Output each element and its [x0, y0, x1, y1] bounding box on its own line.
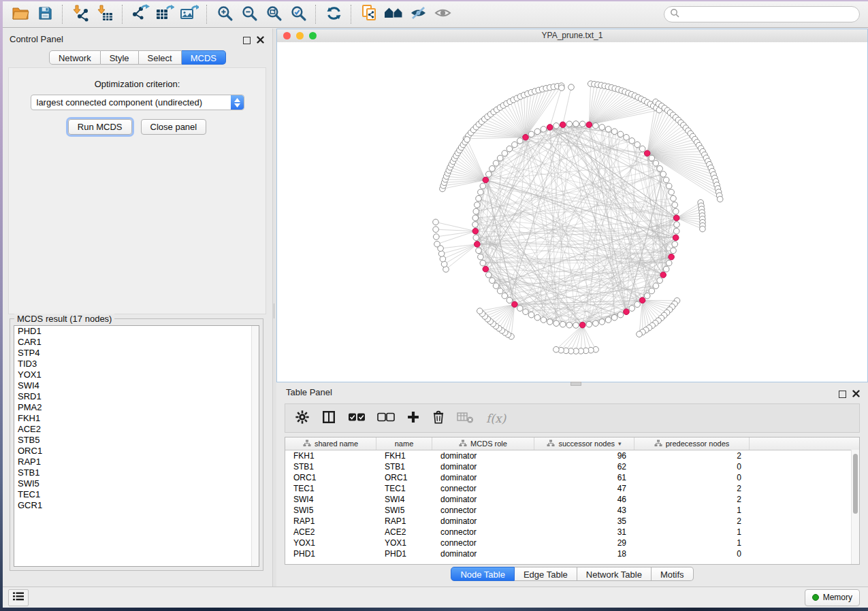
task-history-button[interactable] — [8, 589, 29, 606]
tab-edge-table[interactable]: Edge Table — [515, 567, 577, 581]
export-network-icon — [131, 4, 150, 24]
table-cell: ACE2 — [376, 527, 432, 538]
zoom-out-button[interactable] — [237, 3, 261, 25]
tab-mcds[interactable]: MCDS — [182, 50, 226, 65]
mcds-result-item[interactable]: SRD1 — [14, 391, 259, 402]
criterion-selected-value: largest connected component (undirected) — [31, 97, 231, 108]
scrollbar-thumb[interactable] — [853, 454, 858, 514]
table-panel: Table Panel f(x) shared namenameMCDS rol… — [276, 382, 868, 587]
zoom-selected-button[interactable] — [286, 3, 310, 25]
table-row[interactable]: SWI4SWI4dominator462 — [285, 494, 859, 505]
mcds-result-item[interactable]: GCR1 — [14, 500, 259, 511]
mcds-result-item[interactable]: PHD1 — [14, 326, 259, 337]
table-cell: SWI5 — [285, 505, 376, 516]
mcds-result-item[interactable]: STB1 — [14, 467, 259, 478]
save-session-button[interactable] — [33, 3, 57, 25]
close-panel-icon[interactable] — [257, 34, 264, 46]
mcds-result-item[interactable]: SWI5 — [14, 478, 259, 489]
export-image-button[interactable] — [177, 3, 202, 25]
save-floppy-icon — [37, 5, 53, 24]
network-canvas[interactable] — [277, 42, 867, 382]
table-cell: 0 — [634, 472, 750, 483]
import-table-button[interactable] — [93, 3, 117, 25]
mcds-result-item[interactable]: TEC1 — [14, 489, 259, 500]
export-table-button[interactable] — [152, 3, 177, 25]
column-header-name[interactable]: name — [376, 437, 432, 450]
column-header-successor-nodes[interactable]: successor nodes▾ — [534, 437, 634, 450]
list-scrollbar[interactable] — [251, 326, 259, 566]
mcds-result-item[interactable]: TID3 — [14, 359, 259, 369]
control-panel-tabs: Network Style Select MCDS — [3, 50, 272, 65]
table-cell: YOX1 — [376, 538, 432, 548]
table-scrollbar[interactable] — [851, 450, 859, 564]
hide-selected-button[interactable] — [406, 3, 430, 25]
close-panel-button[interactable]: Close panel — [141, 119, 207, 135]
table-row[interactable]: ACE2ACE2connector311 — [285, 527, 859, 538]
two-houses-icon — [383, 5, 404, 24]
refresh-layout-button[interactable] — [321, 3, 346, 25]
table-row[interactable]: TEC1TEC1connector472 — [285, 483, 859, 494]
mcds-result-item[interactable]: SWI4 — [14, 380, 259, 391]
column-header-shared-name[interactable]: shared name — [285, 437, 376, 450]
tab-motifs[interactable]: Motifs — [652, 567, 694, 581]
float-panel-icon[interactable] — [839, 391, 846, 398]
zoom-in-button[interactable] — [212, 3, 237, 25]
float-panel-icon[interactable] — [243, 37, 251, 44]
mcds-result-item[interactable]: ORC1 — [14, 446, 259, 457]
search-box[interactable] — [664, 6, 860, 22]
first-neighbors-button[interactable] — [381, 3, 406, 25]
table-cell: 2 — [634, 516, 750, 527]
table-row[interactable]: YOX1YOX1connector291 — [285, 538, 859, 548]
delete-column-icon[interactable] — [432, 410, 445, 427]
tab-select[interactable]: Select — [139, 50, 182, 65]
network-window-titlebar[interactable]: YPA_prune.txt_1 — [277, 29, 867, 43]
select-all-rows-icon[interactable] — [348, 412, 366, 425]
deselect-all-rows-icon[interactable] — [377, 412, 395, 425]
search-input[interactable] — [683, 9, 859, 20]
tab-network[interactable]: Network — [49, 50, 101, 65]
run-mcds-button[interactable]: Run MCDS — [68, 119, 132, 135]
control-panel-title: Control Panel — [10, 34, 63, 44]
show-all-button[interactable] — [430, 3, 455, 25]
tab-style[interactable]: Style — [101, 50, 139, 65]
mcds-result-item[interactable]: YOX1 — [14, 369, 259, 380]
mcds-result-item[interactable]: RAP1 — [14, 457, 259, 467]
add-column-icon[interactable] — [406, 410, 420, 427]
table-row[interactable]: ORC1ORC1dominator610 — [285, 472, 859, 483]
tab-node-table[interactable]: Node Table — [451, 567, 515, 581]
tab-network-table[interactable]: Network Table — [577, 567, 652, 581]
export-network-button[interactable] — [128, 3, 152, 25]
column-header-MCDS-role[interactable]: MCDS role — [432, 437, 534, 450]
zoom-fit-button[interactable] — [261, 3, 286, 25]
column-header-predecessor-nodes[interactable]: predecessor nodes — [634, 437, 750, 450]
table-cell: ORC1 — [285, 472, 376, 483]
table-row[interactable]: PHD1PHD1dominator180 — [285, 548, 859, 559]
mcds-result-item[interactable]: ACE2 — [14, 424, 259, 435]
close-panel-icon[interactable] — [852, 388, 860, 400]
horizontal-splitter[interactable] — [570, 382, 581, 386]
open-session-button[interactable] — [8, 3, 33, 25]
desktop-wallpaper-top — [0, 0, 868, 1]
table-row[interactable]: STB1STB1dominator620 — [285, 461, 859, 472]
criterion-select[interactable]: largest connected component (undirected) — [31, 95, 244, 110]
mcds-result-item[interactable]: PMA2 — [14, 402, 259, 413]
table-row[interactable]: RAP1RAP1dominator352 — [285, 516, 859, 527]
mcds-result-item[interactable]: CAR1 — [14, 337, 259, 348]
mcds-result-item[interactable]: STP4 — [14, 348, 259, 359]
copy-network-button[interactable] — [357, 3, 381, 25]
import-network-button[interactable] — [68, 3, 93, 25]
table-row[interactable]: FKH1FKH1dominator962 — [285, 450, 859, 461]
mcds-result-item[interactable]: STB5 — [14, 435, 259, 446]
table-cell: 47 — [534, 483, 634, 494]
show-columns-icon[interactable] — [321, 410, 336, 427]
table-tabs: Node Table Edge Table Network Table Moti… — [276, 567, 868, 581]
table-row[interactable]: SWI5SWI5connector431 — [285, 505, 859, 516]
mcds-result-list[interactable]: PHD1CAR1STP4TID3YOX1SWI4SRD1PMA2FKH1ACE2… — [14, 325, 259, 567]
toolbar-separator — [62, 5, 63, 24]
list-icon — [13, 591, 24, 604]
mcds-result-item[interactable]: FKH1 — [14, 413, 259, 424]
memory-button[interactable]: Memory — [805, 589, 860, 606]
table-settings-gear-icon[interactable] — [295, 410, 310, 427]
table-cell: connector — [432, 483, 534, 494]
table-cell: dominator — [432, 516, 534, 527]
